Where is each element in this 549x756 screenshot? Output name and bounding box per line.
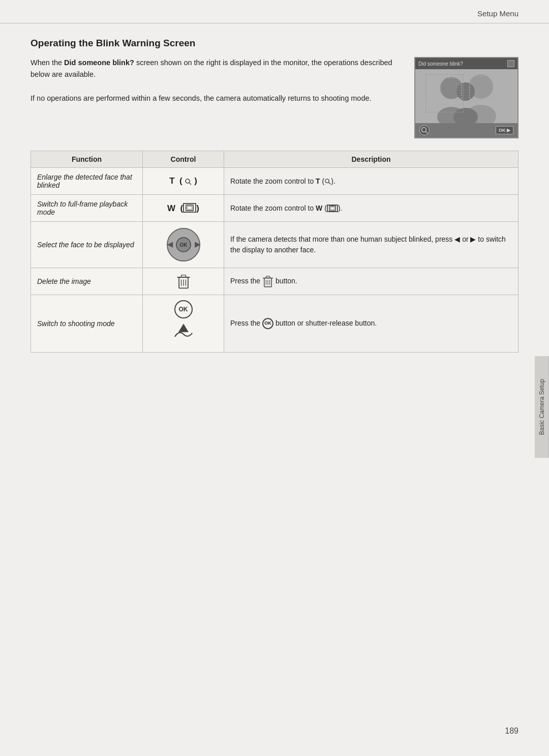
w-icon-box <box>183 203 196 213</box>
w-icon-inline <box>327 205 338 212</box>
svg-rect-15 <box>187 206 192 209</box>
page-number: 189 <box>505 726 518 736</box>
desc-bold-w: W <box>316 204 322 212</box>
table-row: Switch to full-frame playback mode W ( )… <box>31 195 518 222</box>
control-trash <box>143 268 224 295</box>
desc-shooting-mode: Press the OK button or shutter-release b… <box>224 295 518 353</box>
section-title: Operating the Blink Warning Screen <box>30 38 518 49</box>
lcd-body <box>415 69 517 123</box>
trash-icon <box>176 273 191 289</box>
multi-selector-svg: OK ◀ ▶ <box>166 227 201 263</box>
function-table: Function Control Description Enlarge the… <box>30 151 518 353</box>
lcd-zoom-icon <box>419 125 430 135</box>
fullframe-icon-desc <box>329 206 336 211</box>
col-control: Control <box>143 151 224 168</box>
side-tab: Basic Camera Setup <box>535 356 549 458</box>
lcd-top-text: Did someone blink? <box>418 61 463 67</box>
function-select-face: Select the face to be displayed <box>31 222 143 268</box>
face-detection-box <box>425 74 464 112</box>
control-multi-selector: OK ◀ ▶ <box>143 222 224 268</box>
zoom-w-symbol: W <box>167 203 175 213</box>
table-row: Delete the image <box>31 268 518 295</box>
function-delete: Delete the image <box>31 268 143 295</box>
page: Setup Menu Operating the Blink Warning S… <box>0 0 549 756</box>
intro-area: When the Did someone blink? screen shown… <box>30 57 518 138</box>
fullframe-icon <box>186 205 194 211</box>
svg-line-11 <box>189 183 191 185</box>
desc-delete: Press the button. <box>224 268 518 295</box>
zoom-w-paren: ( ) <box>178 203 199 213</box>
main-content: Operating the Blink Warning Screen When … <box>0 23 549 373</box>
table-header-row: Function Control Description <box>31 151 518 168</box>
function-shooting-mode: Switch to shooting mode <box>31 295 143 353</box>
svg-text:◀: ◀ <box>166 240 173 248</box>
zoom-t-paren: ( ) <box>177 176 197 186</box>
function-fullframe: Switch to full-frame playback mode <box>31 195 143 222</box>
svg-rect-17 <box>330 207 334 210</box>
lcd-ok-button: OK ▶ <box>496 126 513 134</box>
desc-enlarge: Rotate the zoom control to T (). <box>224 168 518 195</box>
function-enlarge: Enlarge the detected face that blinked <box>31 168 143 195</box>
control-zoom-w: W ( ) <box>143 195 224 222</box>
svg-point-10 <box>186 179 190 183</box>
svg-point-12 <box>325 179 329 183</box>
svg-line-9 <box>426 132 428 134</box>
svg-point-8 <box>422 128 426 132</box>
intro-paragraph-1: When the Did someone blink? screen shown… <box>30 57 402 80</box>
ok-icon-desc: OK <box>262 318 273 329</box>
lcd-bottom-bar: OK ▶ <box>415 123 517 137</box>
magnifier-icon <box>421 127 428 134</box>
table-row: Select the face to be displayed OK <box>31 222 518 268</box>
multi-selector-container: OK ◀ ▶ <box>149 227 218 263</box>
shutter-release-icon <box>171 322 196 347</box>
svg-marker-35 <box>178 324 189 332</box>
zoom-t-symbol: T <box>169 176 174 186</box>
table-row: Enlarge the detected face that blinked T… <box>31 168 518 195</box>
shooting-icons-container: OK <box>149 300 218 347</box>
intro-paragraph-2: If no operations are performed within a … <box>30 93 402 104</box>
trash-icon-desc <box>262 275 273 288</box>
desc-select-face: If the camera detects that more than one… <box>224 222 518 268</box>
camera-lcd: Did someone blink? <box>414 57 518 138</box>
svg-line-13 <box>329 183 331 185</box>
intro-p1-pre: When the <box>30 59 64 67</box>
magnifier-icon-t <box>185 178 192 185</box>
col-function: Function <box>31 151 143 168</box>
desc-fullframe: Rotate the zoom control to W (). <box>224 195 518 222</box>
intro-bold: Did someone blink? <box>64 59 134 67</box>
trash-icon-container <box>149 273 218 289</box>
side-tab-label: Basic Camera Setup <box>538 379 545 435</box>
control-zoom-t: T ( ) <box>143 168 224 195</box>
svg-text:OK: OK <box>179 242 188 248</box>
magnifier-icon-desc <box>324 178 331 185</box>
table-row: Switch to shooting mode OK <box>31 295 518 353</box>
intro-text: When the Did someone blink? screen shown… <box>30 57 402 104</box>
header-bar: Setup Menu <box>0 0 549 23</box>
lcd-top-icon <box>507 60 514 67</box>
lcd-top-bar: Did someone blink? <box>415 58 517 69</box>
col-description: Description <box>224 151 518 168</box>
svg-text:▶: ▶ <box>194 240 200 248</box>
ok-button-icon: OK <box>174 300 193 318</box>
header-title: Setup Menu <box>477 9 518 18</box>
desc-bold-t: T <box>316 177 320 185</box>
control-ok-shutter: OK <box>143 295 224 353</box>
